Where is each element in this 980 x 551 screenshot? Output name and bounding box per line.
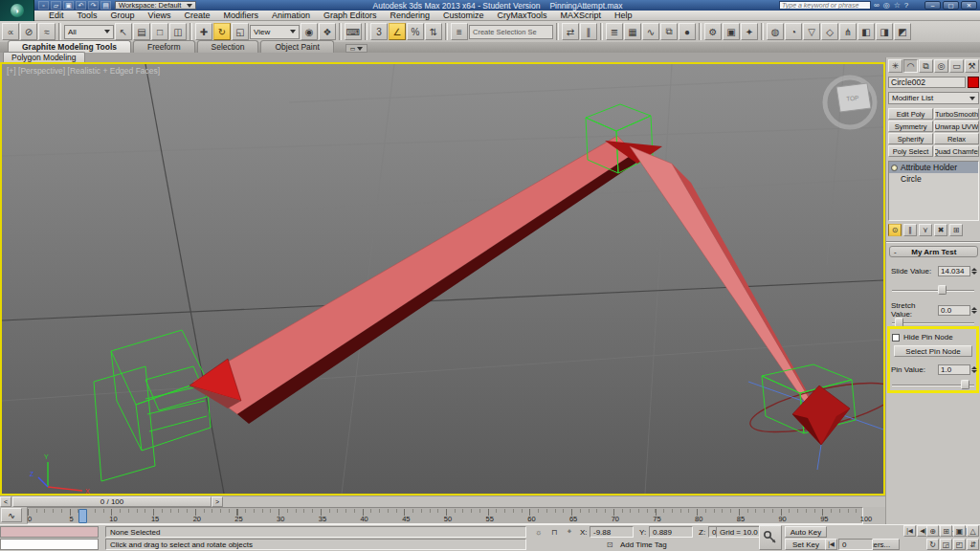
menu-tools[interactable]: Tools <box>71 11 104 20</box>
search-icon[interactable]: ∞ <box>874 1 880 10</box>
spinner-arrows-icon[interactable] <box>971 307 977 314</box>
timeline-ruler[interactable]: 0510152025303540455055606570758085909510… <box>27 507 863 524</box>
display-tab-icon[interactable]: ▭ <box>949 59 964 73</box>
redo-icon[interactable]: ↷ <box>88 1 99 10</box>
bind-to-space-warp-icon[interactable]: ≈ <box>38 23 56 40</box>
percent-snap-icon[interactable]: % <box>407 23 424 40</box>
snap-toggle-icon[interactable]: 3 <box>370 23 388 40</box>
close-button[interactable]: ✕ <box>961 1 977 10</box>
maxscript-mini-listener-input[interactable] <box>0 539 99 550</box>
anim-tool-1-icon[interactable]: ◧ <box>858 23 875 40</box>
hide-pin-node-checkbox[interactable] <box>892 334 900 342</box>
align-icon[interactable]: ∥ <box>580 23 597 40</box>
x-coord-field[interactable]: -9.88 <box>590 526 634 538</box>
maximize-viewport-icon[interactable]: ◲ <box>940 539 952 550</box>
new-scene-icon[interactable]: ▫ <box>38 1 49 10</box>
create-tab-icon[interactable]: ✳ <box>888 59 902 73</box>
maximize-button[interactable]: ▢ <box>943 1 959 10</box>
application-menu-button[interactable]: ◑ <box>0 0 34 21</box>
window-crossing-icon[interactable]: ◫ <box>169 23 187 40</box>
current-frame-marker[interactable] <box>78 509 87 523</box>
stack-item-attribute-holder[interactable]: Attribute Holder <box>889 162 978 173</box>
slide-value-slider[interactable] <box>892 285 974 295</box>
modifier-button-poly-select[interactable]: Poly Select <box>888 145 933 157</box>
pin-value-spinner[interactable]: 1.0 <box>938 364 977 375</box>
rendered-frame-icon[interactable]: ▣ <box>723 23 740 40</box>
modifier-list-dropdown[interactable]: Modifier List <box>888 92 979 104</box>
tab-polygon-modeling[interactable]: Polygon Modeling <box>3 52 85 62</box>
viewport-label[interactable]: [+] [Perspective] [Realistic + Edged Fac… <box>7 66 160 76</box>
workspace-dropdown[interactable]: Workspace: Default <box>115 1 196 10</box>
select-and-manipulate-icon[interactable]: ❖ <box>319 23 336 40</box>
menu-graph-editors[interactable]: Graph Editors <box>317 11 384 20</box>
zoom-extents-icon[interactable]: ▣ <box>953 525 966 537</box>
spinner-arrows-icon[interactable] <box>971 268 977 275</box>
set-keys-button[interactable] <box>759 525 782 550</box>
menu-modifiers[interactable]: Modifiers <box>216 11 265 20</box>
menu-animation[interactable]: Animation <box>265 11 317 20</box>
field-of-view-icon[interactable]: △ <box>967 525 979 537</box>
pin-stack-icon[interactable]: ⊙ <box>888 224 902 236</box>
selection-lock-icon[interactable]: ⊓ <box>547 526 561 538</box>
menu-create[interactable]: Create <box>177 11 216 20</box>
current-frame-field[interactable]: 0 <box>838 539 873 550</box>
slide-value-spinner[interactable]: 14.034 <box>938 266 977 276</box>
isolate-selection-icon[interactable]: ☼ <box>532 526 546 538</box>
keyboard-override-icon[interactable]: ⌨ <box>345 23 362 40</box>
angle-snap-icon[interactable]: ∠ <box>389 23 406 40</box>
menu-maxscript[interactable]: MAXScript <box>554 11 609 20</box>
ribbon-tab-selection[interactable]: Selection <box>197 40 259 53</box>
spinner-arrows-icon[interactable] <box>971 366 977 373</box>
selection-region-icon[interactable]: □ <box>151 23 168 40</box>
layer-manager-icon[interactable]: ≣ <box>606 23 623 40</box>
modifier-button-symmetry[interactable]: Symmetry <box>888 121 933 132</box>
ribbon-tab-freeform[interactable]: Freeform <box>133 40 194 53</box>
edit-named-sets-icon[interactable]: ≡ <box>451 23 468 40</box>
modifier-button-spherify[interactable]: Spherify <box>888 133 933 144</box>
modifier-button-quad-chamfer[interactable]: Quad Chamfer <box>934 145 979 157</box>
search-input[interactable] <box>779 1 871 10</box>
ribbon-overflow-button[interactable]: ▭ <box>345 44 368 53</box>
menu-customize[interactable]: Customize <box>436 11 491 20</box>
walkthrough-icon[interactable]: ⇵ <box>967 539 979 550</box>
utilities-tab-icon[interactable]: ⚒ <box>965 59 979 73</box>
next-frame-arrow[interactable]: > <box>212 496 223 507</box>
modify-tab-icon[interactable]: ◠ <box>903 59 918 73</box>
menu-help[interactable]: Help <box>608 11 639 20</box>
object-name-field[interactable]: Circle002 <box>888 77 966 88</box>
favorites-icon[interactable]: ☆ <box>894 1 901 10</box>
modifier-button-edit-poly[interactable]: Edit Poly <box>888 108 933 120</box>
save-file-icon[interactable]: ▣ <box>63 1 74 10</box>
stretch-value-field[interactable]: 0.0 <box>938 305 970 316</box>
arm-model[interactable] <box>94 104 883 481</box>
anim-tool-2-icon[interactable]: ◨ <box>876 23 893 40</box>
modifier-button-relax[interactable]: Relax <box>934 133 979 144</box>
perspective-viewport[interactable]: [+] [Perspective] [Realistic + Edged Fac… <box>0 62 885 496</box>
modifier-enabled-icon[interactable] <box>891 165 898 171</box>
project-folder-icon[interactable]: ▤ <box>100 1 111 10</box>
slider-handle[interactable] <box>938 285 947 295</box>
show-end-result-icon[interactable]: ∥ <box>903 224 917 236</box>
reference-coordinate-dropdown[interactable]: View <box>250 25 300 39</box>
y-coord-field[interactable]: 0.889 <box>649 526 693 538</box>
minimize-button[interactable]: ‒ <box>924 1 941 10</box>
selection-filter-dropdown[interactable]: All <box>64 25 114 39</box>
sphere-tool-icon[interactable]: ◔ <box>785 23 802 40</box>
maxscript-mini-listener[interactable] <box>0 526 99 538</box>
hierarchy-tab-icon[interactable]: ⧉ <box>919 59 933 73</box>
make-unique-icon[interactable]: ⋎ <box>919 224 932 236</box>
select-and-rotate-icon[interactable]: ↻ <box>213 23 231 40</box>
select-and-link-icon[interactable]: ∝ <box>2 23 19 40</box>
previous-frame-arrow[interactable]: < <box>0 496 11 507</box>
menu-rendering[interactable]: Rendering <box>384 11 437 20</box>
select-object-icon[interactable]: ↖ <box>115 23 132 40</box>
render-production-icon[interactable]: ✦ <box>741 23 758 40</box>
menu-group[interactable]: Group <box>104 11 142 20</box>
zoom-icon[interactable]: ⊕ <box>926 525 939 537</box>
menu-views[interactable]: Views <box>142 11 178 20</box>
key-mode-toggle[interactable]: |◀ <box>825 539 837 550</box>
menu-edit[interactable]: Edit <box>42 11 71 20</box>
ribbon-tab-object-paint[interactable]: Object Paint <box>260 40 333 53</box>
set-key-button[interactable]: Set Key <box>785 539 827 550</box>
zoom-all-icon[interactable]: ⊞ <box>940 525 952 537</box>
